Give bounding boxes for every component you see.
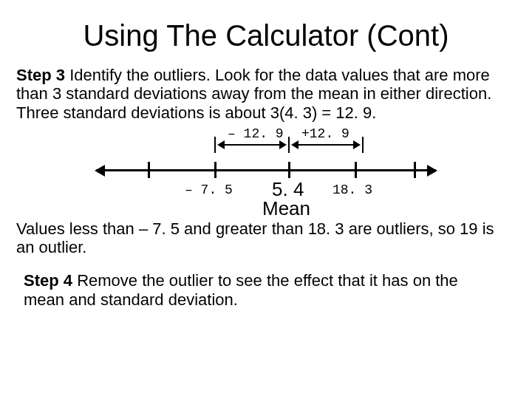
number-line-diagram: – 12. 9 +12. 9 – 7. 5 5. 4 Mean 18. 3: [96, 126, 436, 215]
seg-left-arrow-r: [279, 140, 287, 149]
step4-text: Remove the outlier to see the effect tha…: [24, 271, 458, 308]
conclusion-paragraph: Values less than – 7. 5 and greater than…: [16, 219, 516, 257]
seg-right-arrow-r: [353, 140, 361, 149]
tick-5: [414, 162, 416, 178]
tick-2: [214, 162, 216, 178]
bracket-bar-right: [362, 137, 364, 153]
step3-text: Identify the outliers. Look for the data…: [16, 66, 491, 122]
seg-left-line: [223, 144, 281, 146]
slide: Using The Calculator (Cont) Step 3 Ident…: [0, 0, 532, 399]
step3-paragraph: Step 3 Identify the outliers. Look for t…: [16, 66, 516, 122]
tick-1: [148, 162, 150, 178]
minus-offset-label: – 12. 9: [228, 126, 284, 141]
left-value: – 7. 5: [185, 183, 233, 197]
bracket-bar-left: [214, 137, 216, 153]
line-arrow-right-icon: [427, 165, 437, 177]
plus-offset-label: +12. 9: [301, 126, 349, 141]
right-value: 18. 3: [332, 183, 372, 197]
step3-label: Step 3: [16, 66, 65, 84]
tick-3: [288, 162, 290, 178]
center-label: Mean: [262, 197, 310, 220]
step4-paragraph: Step 4 Remove the outlier to see the eff…: [16, 271, 516, 309]
number-line: [96, 169, 436, 171]
step4-label: Step 4: [24, 271, 72, 290]
bracket-bar-center: [288, 137, 290, 153]
tick-4: [355, 162, 357, 178]
seg-right-line: [297, 144, 355, 146]
page-title: Using The Calculator (Cont): [16, 19, 516, 52]
